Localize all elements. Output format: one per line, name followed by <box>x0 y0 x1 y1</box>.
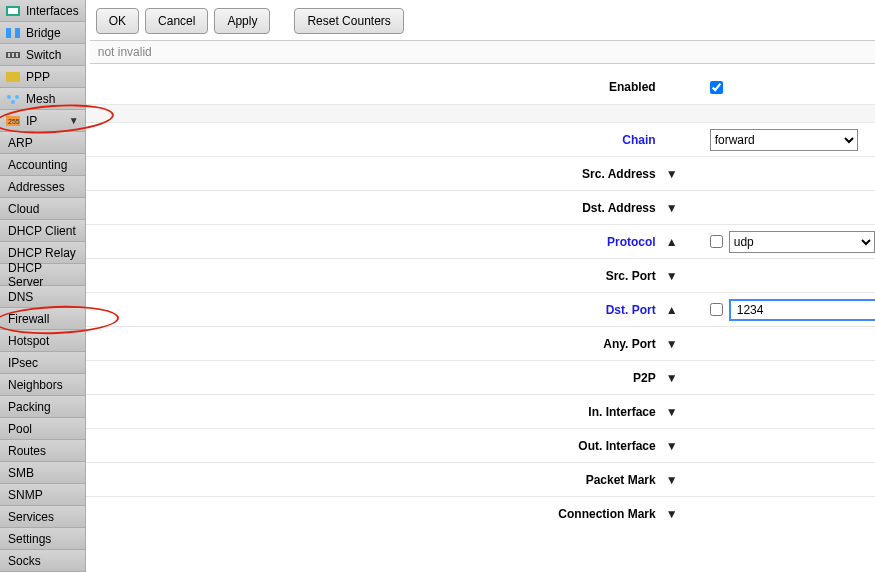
sidebar-item-services[interactable]: Services <box>0 506 85 528</box>
sidebar-item-settings[interactable]: Settings <box>0 528 85 550</box>
label-src-port: Src. Port <box>86 269 666 283</box>
label-in-interface: In. Interface <box>86 405 666 419</box>
collapse-toggle[interactable]: ▲ <box>666 303 678 317</box>
sidebar-item-label: DHCP Relay <box>8 246 76 260</box>
expand-toggle[interactable]: ▼ <box>666 507 678 521</box>
sidebar-item-mesh[interactable]: Mesh <box>0 88 85 110</box>
sidebar-item-label: Neighbors <box>8 378 63 392</box>
svg-rect-1 <box>8 8 18 14</box>
row-dst-address: Dst. Address ▼ <box>86 190 875 224</box>
sidebar-item-label: PPP <box>26 70 50 84</box>
chain-select[interactable]: forward <box>710 129 858 151</box>
sidebar-item-accounting[interactable]: Accounting <box>0 154 85 176</box>
sidebar-item-arp[interactable]: ARP <box>0 132 85 154</box>
apply-button[interactable]: Apply <box>214 8 270 34</box>
label-out-interface: Out. Interface <box>86 439 666 453</box>
sidebar-item-label: Addresses <box>8 180 65 194</box>
sidebar-item-dhcp-client[interactable]: DHCP Client <box>0 220 85 242</box>
sidebar-item-hotspot[interactable]: Hotspot <box>0 330 85 352</box>
svg-rect-5 <box>15 33 20 38</box>
cancel-button[interactable]: Cancel <box>145 8 208 34</box>
expand-toggle[interactable]: ▼ <box>666 473 678 487</box>
protocol-select[interactable]: udp <box>729 231 875 253</box>
separator <box>86 104 875 122</box>
sidebar-item-label: Hotspot <box>8 334 49 348</box>
label-dst-port: Dst. Port <box>86 303 666 317</box>
label-enabled: Enabled <box>86 80 666 94</box>
row-in-interface: In. Interface ▼ <box>86 394 875 428</box>
row-p2p: P2P ▼ <box>86 360 875 394</box>
sidebar-item-label: IPsec <box>8 356 38 370</box>
dst-port-negate-checkbox[interactable] <box>710 303 723 316</box>
sidebar-item-label: Mesh <box>26 92 55 106</box>
expand-toggle[interactable]: ▼ <box>666 201 678 215</box>
expand-toggle[interactable]: ▼ <box>666 269 678 283</box>
label-p2p: P2P <box>86 371 666 385</box>
svg-rect-9 <box>16 53 18 57</box>
sidebar-item-label: Socks <box>8 554 41 568</box>
sidebar-item-switch[interactable]: Switch <box>0 44 85 66</box>
sidebar-item-neighbors[interactable]: Neighbors <box>0 374 85 396</box>
sidebar-item-ppp[interactable]: PPP <box>0 66 85 88</box>
sidebar-item-dhcp-server[interactable]: DHCP Server <box>0 264 85 286</box>
collapse-toggle[interactable]: ▲ <box>666 235 678 249</box>
ok-button[interactable]: OK <box>96 8 139 34</box>
ip-icon: 255 <box>6 115 20 127</box>
sidebar-item-addresses[interactable]: Addresses <box>0 176 85 198</box>
sidebar-item-pool[interactable]: Pool <box>0 418 85 440</box>
row-any-port: Any. Port ▼ <box>86 326 875 360</box>
sidebar-item-smb[interactable]: SMB <box>0 462 85 484</box>
row-out-interface: Out. Interface ▼ <box>86 428 875 462</box>
reset-counters-button[interactable]: Reset Counters <box>294 8 403 34</box>
enabled-checkbox[interactable] <box>710 81 723 94</box>
row-connection-mark: Connection Mark ▼ <box>86 496 875 530</box>
label-connection-mark: Connection Mark <box>86 507 666 521</box>
sidebar-item-label: IP <box>26 114 37 128</box>
svg-rect-10 <box>6 72 20 82</box>
sidebar-item-interfaces[interactable]: Interfaces <box>0 0 85 22</box>
sidebar-item-snmp[interactable]: SNMP <box>0 484 85 506</box>
sidebar-item-dns[interactable]: DNS <box>0 286 85 308</box>
sidebar-item-routes[interactable]: Routes <box>0 440 85 462</box>
interfaces-icon <box>6 5 20 17</box>
sidebar-item-label: Packing <box>8 400 51 414</box>
sidebar-item-label: DNS <box>8 290 33 304</box>
sidebar-item-label: Switch <box>26 48 61 62</box>
row-enabled: Enabled <box>86 70 875 104</box>
svg-rect-8 <box>12 53 14 57</box>
label-src-address: Src. Address <box>86 167 666 181</box>
row-chain: Chain forward <box>86 122 875 156</box>
switch-icon <box>6 49 20 61</box>
chevron-down-icon: ▼ <box>69 115 79 126</box>
expand-toggle[interactable]: ▼ <box>666 167 678 181</box>
sidebar-item-label: Firewall <box>8 312 49 326</box>
sidebar-item-label: ARP <box>8 136 33 150</box>
expand-toggle[interactable]: ▼ <box>666 439 678 453</box>
expand-toggle[interactable]: ▼ <box>666 371 678 385</box>
sidebar-item-label: Services <box>8 510 54 524</box>
label-protocol: Protocol <box>86 235 666 249</box>
sidebar-item-label: Pool <box>8 422 32 436</box>
sidebar-item-label: Settings <box>8 532 51 546</box>
sidebar-item-packing[interactable]: Packing <box>0 396 85 418</box>
sidebar-item-firewall[interactable]: Firewall <box>0 308 85 330</box>
protocol-negate-checkbox[interactable] <box>710 235 723 248</box>
expand-toggle[interactable]: ▼ <box>666 337 678 351</box>
svg-text:255: 255 <box>8 118 20 125</box>
svg-rect-7 <box>8 53 10 57</box>
row-protocol: Protocol ▲ udp <box>86 224 875 258</box>
row-src-address: Src. Address ▼ <box>86 156 875 190</box>
expand-toggle[interactable]: ▼ <box>666 405 678 419</box>
bridge-icon <box>6 27 20 39</box>
sidebar-item-socks[interactable]: Socks <box>0 550 85 572</box>
row-packet-mark: Packet Mark ▼ <box>86 462 875 496</box>
dst-port-input[interactable] <box>729 299 875 321</box>
sidebar-item-ip[interactable]: 255 IP ▼ <box>0 110 85 132</box>
sidebar-item-cloud[interactable]: Cloud <box>0 198 85 220</box>
sidebar-item-ipsec[interactable]: IPsec <box>0 352 85 374</box>
label-any-port: Any. Port <box>86 337 666 351</box>
svg-rect-3 <box>15 28 20 33</box>
filter-bar[interactable]: not invalid <box>90 40 875 64</box>
sidebar-item-bridge[interactable]: Bridge <box>0 22 85 44</box>
rule-form: Enabled Chain forward Src. Address ▼ <box>86 70 875 572</box>
